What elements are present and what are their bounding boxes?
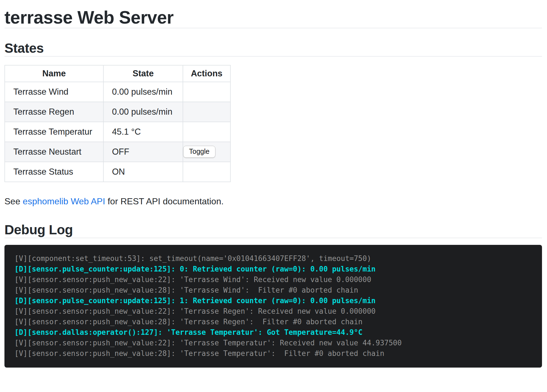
log-line: [V][sensor.sensor:push_new_value:22]: 'T… (14, 306, 536, 316)
log-line: [V][sensor.sensor:push_new_value:22]: 'T… (14, 338, 536, 348)
states-table: Name State Actions Terrasse Wind 0.00 pu… (4, 65, 231, 182)
entity-name-cell: Terrasse Wind (5, 82, 103, 102)
entity-state-cell: ON (103, 162, 183, 182)
toggle-button[interactable]: Toggle (183, 146, 215, 158)
debug-log-heading: Debug Log (4, 222, 542, 238)
divider (4, 238, 542, 238)
entity-state-cell: 0.00 pulses/min (103, 102, 183, 122)
log-line: [V][sensor.sensor:push_new_value:28]: 'T… (14, 285, 536, 295)
api-note: See esphomelib Web API for REST API docu… (4, 196, 542, 207)
states-heading: States (4, 41, 542, 56)
entity-actions-cell (183, 82, 230, 102)
entity-state-cell: 45.1 °C (103, 122, 183, 142)
log-line: [V][component:set_timeout:53]: set_timeo… (14, 253, 536, 264)
page-container: terrasse Web Server States Name State Ac… (0, 7, 547, 368)
entity-name-cell: Terrasse Neustart (5, 142, 103, 162)
log-line: [D][sensor.pulse_counter:update:125]: 1:… (14, 295, 536, 306)
entity-name-cell: Terrasse Regen (5, 102, 103, 122)
log-line: [V][sensor.sensor:push_new_value:28]: 'T… (14, 316, 536, 327)
entity-name-cell: Terrasse Temperatur (5, 122, 103, 142)
table-row: Terrasse Status ON (5, 162, 230, 182)
column-header-actions: Actions (183, 65, 230, 82)
page-title: terrasse Web Server (4, 7, 542, 28)
log-line: [V][sensor.sensor:push_new_value:22]: 'T… (14, 274, 536, 285)
entity-actions-cell (183, 102, 230, 122)
entity-state-cell: OFF (103, 142, 183, 162)
entity-actions-cell (183, 122, 230, 142)
log-line: [V][sensor.sensor:push_new_value:28]: 'T… (14, 348, 536, 359)
entity-state-cell: 0.00 pulses/min (103, 82, 183, 102)
esphomelib-web-api-link[interactable]: esphomelib Web API (23, 196, 105, 206)
divider (4, 56, 542, 57)
api-note-suffix: for REST API documentation. (105, 196, 223, 206)
table-row: Terrasse Wind 0.00 pulses/min (5, 82, 230, 102)
debug-log-panel: [V][component:set_timeout:53]: set_timeo… (4, 245, 542, 368)
entity-actions-cell: Toggle (183, 142, 230, 162)
divider (4, 28, 542, 28)
api-note-prefix: See (4, 196, 23, 206)
column-header-name: Name (5, 65, 103, 82)
table-row: Terrasse Temperatur 45.1 °C (5, 122, 230, 142)
log-line: [D][sensor.pulse_counter:update:125]: 0:… (14, 264, 536, 274)
table-header-row: Name State Actions (5, 65, 230, 82)
entity-actions-cell (183, 162, 230, 182)
table-row: Terrasse Neustart OFF Toggle (5, 142, 230, 162)
table-row: Terrasse Regen 0.00 pulses/min (5, 102, 230, 122)
column-header-state: State (103, 65, 183, 82)
entity-name-cell: Terrasse Status (5, 162, 103, 182)
log-line: [D][sensor.dallas:operator():127]: 'Terr… (14, 327, 536, 338)
